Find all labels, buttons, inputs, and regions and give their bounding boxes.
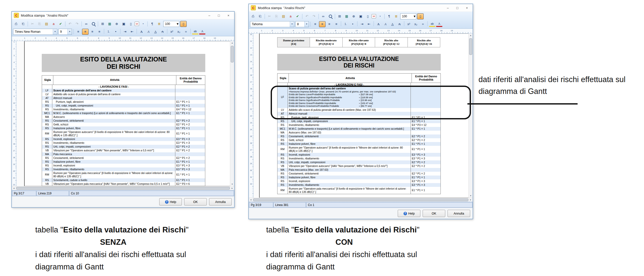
maximize-button[interactable]: □ [453, 5, 462, 11]
numbered-list-icon[interactable]: 1. [105, 29, 112, 35]
align-right-icon[interactable]: ≡ [89, 29, 96, 35]
align-center-icon[interactable]: ≡ [319, 21, 326, 27]
insert-date-icon[interactable]: 12 [135, 22, 139, 26]
chevron-down-icon[interactable]: ▼ [304, 21, 309, 27]
insert-time-icon[interactable]: ◔ [140, 21, 146, 27]
copy-icon[interactable]: ⎘ [273, 13, 280, 19]
insert-frame-icon[interactable]: ▯ [128, 21, 134, 27]
redo-icon[interactable]: ↷ [74, 21, 80, 27]
bullet-list-icon[interactable]: • [349, 21, 356, 27]
align-right-icon[interactable]: ≡ [326, 21, 333, 27]
print-icon[interactable]: ⎙ [250, 13, 256, 19]
page-setup-icon[interactable]: ▯ [180, 21, 187, 27]
ok-button[interactable]: OK [423, 210, 445, 217]
undo-icon[interactable]: ↶ [67, 21, 73, 27]
insert-image-icon[interactable]: ▦ [343, 13, 350, 19]
ok-button[interactable]: OK [184, 198, 207, 205]
font-underline-icon[interactable]: A [389, 21, 396, 27]
paste-special-icon[interactable]: a [50, 21, 57, 27]
spellcheck-icon[interactable]: ✔ [57, 21, 64, 27]
formula-icon[interactable]: = [183, 29, 189, 35]
font-name-combo[interactable]: Times New Roman▼ [13, 29, 57, 35]
zoom-magnifier-icon[interactable] [327, 13, 334, 19]
close-button[interactable]: × [224, 12, 233, 19]
highlight-color-icon[interactable]: ab [192, 29, 198, 34]
titlebar[interactable]: C Modifica stampa "Analisi Rischi" –□× [249, 4, 473, 12]
chevron-down-icon[interactable]: ▼ [290, 21, 294, 27]
indent-increase-icon[interactable]: ⇥ [122, 29, 128, 35]
format-styles-icon[interactable]: ≣ [393, 13, 399, 19]
help-button[interactable]: ?Help [159, 198, 182, 205]
cut-icon[interactable]: ✂ [29, 21, 36, 27]
formatting-marks-icon[interactable]: ¶ [149, 21, 155, 27]
titlebar[interactable]: C Modifica stampa "Analisi Rischi" –□× [12, 12, 234, 19]
insert-hyperlink-icon[interactable]: ⊕ [113, 21, 120, 27]
format-styles-icon[interactable]: ≣ [156, 21, 163, 27]
insert-object-icon[interactable]: ▣ [120, 21, 127, 27]
font-name-combo[interactable]: Tahoma▼ [250, 21, 294, 27]
zoom-magnifier-icon[interactable] [90, 21, 97, 27]
print-icon[interactable]: ⎙ [13, 21, 19, 27]
superscript-icon[interactable]: x² [169, 29, 175, 35]
vertical-scrollbar[interactable]: ▲ ▼ [230, 41, 234, 186]
font-color-icon[interactable]: A [436, 21, 442, 27]
font-bold-icon[interactable]: A [375, 21, 382, 27]
insert-image-icon[interactable]: ▦ [106, 21, 113, 27]
highlight-color-icon[interactable]: ab [429, 21, 435, 27]
paste-special-icon[interactable]: a [287, 13, 294, 19]
help-button[interactable]: ?Help [398, 210, 420, 217]
align-left-icon[interactable]: ≡ [312, 21, 318, 27]
insert-time-icon[interactable]: ◔ [377, 13, 383, 19]
indent-decrease-icon[interactable]: ⇤ [366, 21, 372, 27]
justify-icon[interactable]: ≡ [333, 21, 340, 27]
cancel-button[interactable]: Annulla [448, 210, 470, 217]
minimize-button[interactable]: – [205, 12, 214, 19]
formula-icon[interactable]: = [420, 21, 426, 27]
zoom-level-input[interactable]: 100▼ [163, 21, 179, 27]
subscript-icon[interactable]: x₂ [413, 21, 419, 27]
find-icon[interactable]: ∞ [320, 13, 327, 19]
horizontal-scrollbar[interactable]: ◄► [249, 198, 473, 202]
insert-table-icon[interactable]: ⊞ [99, 21, 106, 27]
insert-object-icon[interactable]: ▣ [357, 13, 364, 19]
horizontal-scrollbar[interactable]: ◄► [12, 186, 234, 190]
cancel-button[interactable]: Annulla [209, 198, 232, 205]
document-page[interactable]: ESITO DELLA VALUTAZIONE DEI RISCHI Sigla… [24, 41, 230, 186]
font-strikethrough-icon[interactable]: A [159, 29, 166, 35]
minimize-button[interactable]: – [443, 5, 453, 11]
find-icon[interactable]: ∞ [83, 21, 90, 27]
font-bold-icon[interactable]: A [138, 29, 145, 35]
indent-decrease-icon[interactable]: ⇤ [129, 29, 135, 35]
align-left-icon[interactable]: ≡ [75, 29, 82, 35]
font-strikethrough-icon[interactable]: A [396, 21, 403, 27]
insert-hyperlink-icon[interactable]: ⊕ [350, 13, 357, 19]
maximize-button[interactable]: □ [214, 12, 224, 19]
font-italic-icon[interactable]: A [145, 29, 152, 35]
paste-icon[interactable]: ▤ [280, 13, 287, 19]
copy-icon[interactable]: ⎘ [36, 21, 43, 27]
spellcheck-icon[interactable]: ✔ [294, 13, 301, 19]
insert-frame-icon[interactable]: ▯ [365, 13, 371, 19]
formatting-marks-icon[interactable]: ¶ [386, 13, 392, 19]
paste-icon[interactable]: ▤ [43, 21, 50, 27]
chevron-down-icon[interactable]: ▼ [67, 29, 72, 34]
align-center-icon[interactable]: ≡ [82, 29, 89, 35]
close-button[interactable]: × [462, 5, 472, 11]
insert-date-icon[interactable]: 12 [372, 14, 376, 18]
zoom-level-input[interactable]: 100▼ [400, 13, 416, 19]
superscript-icon[interactable]: x² [406, 21, 412, 27]
chevron-down-icon[interactable]: ▼ [53, 29, 57, 34]
chevron-down-icon[interactable]: ▼ [413, 15, 416, 18]
print-preview-icon[interactable]: ⎗ [257, 13, 263, 19]
numbered-list-icon[interactable]: 1. [342, 21, 349, 27]
font-underline-icon[interactable]: A [152, 29, 159, 35]
chevron-down-icon[interactable]: ▼ [176, 22, 179, 26]
print-preview-icon[interactable]: ⎗ [20, 21, 26, 27]
font-italic-icon[interactable]: A [382, 21, 389, 27]
indent-increase-icon[interactable]: ⇥ [359, 21, 365, 27]
insert-table-icon[interactable]: ⊞ [336, 13, 343, 19]
cut-icon[interactable]: ✂ [266, 13, 273, 19]
subscript-icon[interactable]: x₂ [176, 29, 182, 35]
undo-icon[interactable]: ↶ [304, 13, 310, 19]
redo-icon[interactable]: ↷ [311, 13, 317, 19]
